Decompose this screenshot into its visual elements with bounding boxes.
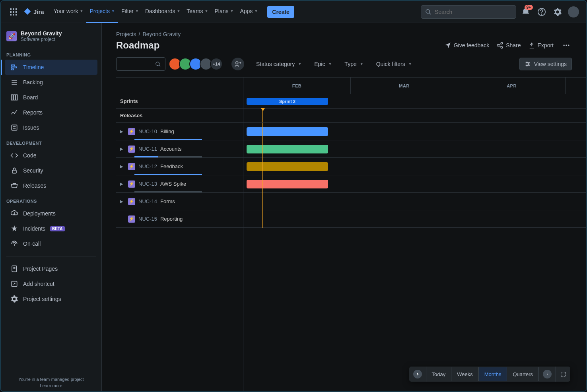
sprints-row: Sprints (116, 94, 243, 109)
security-icon (10, 167, 18, 175)
epic-track (243, 193, 586, 210)
expand-icon[interactable]: ▶ (120, 164, 125, 169)
fullscreen-icon[interactable] (556, 368, 570, 380)
sidebar-item-on-call[interactable]: On-call (5, 236, 97, 251)
add-people-button[interactable] (231, 58, 244, 70)
epic-track (243, 158, 586, 175)
weeks-button[interactable]: Weeks (451, 367, 479, 381)
breadcrumb-projects[interactable]: Projects (116, 31, 136, 37)
epic-row[interactable]: ▶⚡NUC-12Feedback (116, 158, 243, 175)
epic-bar[interactable] (247, 145, 328, 153)
epic-row[interactable]: ▶⚡NUC-13AWS Spike (116, 175, 243, 193)
sidebar-item-incidents[interactable]: IncidentsBETA (5, 221, 97, 236)
filter-status-category[interactable]: Status category▼ (255, 58, 303, 70)
sidebar-item-add-shortcut[interactable]: Add shortcut (5, 276, 97, 291)
sidebar-item-security[interactable]: Security (5, 163, 97, 178)
epic-row[interactable]: ▶⚡NUC-14Forms (116, 193, 243, 210)
nav-dashboards[interactable]: Dashboards▼ (142, 1, 183, 23)
sidebar-item-reports[interactable]: Reports (5, 105, 97, 120)
global-search[interactable] (421, 5, 516, 19)
search-input[interactable] (435, 9, 512, 15)
svg-point-12 (542, 14, 542, 14)
epic-key: NUC-14 (138, 198, 157, 204)
epic-track (243, 123, 586, 140)
epic-row[interactable]: ▶⚡NUC-11Accounts (116, 140, 243, 158)
sidebar-item-deployments[interactable]: Deployments (5, 206, 97, 221)
sprint-bar[interactable]: Sprint 2 (247, 98, 328, 105)
page-title: Roadmap (116, 40, 159, 51)
filter-quick-filters[interactable]: Quick filters▼ (375, 58, 414, 70)
filter-epic[interactable]: Epic▼ (313, 58, 333, 70)
sidebar-item-project-pages[interactable]: Project Pages (5, 261, 97, 276)
roadmap-search[interactable] (116, 57, 165, 71)
app-switcher-icon[interactable] (7, 6, 20, 18)
epic-bar[interactable] (247, 180, 328, 188)
svg-rect-22 (12, 125, 17, 130)
nav-teams[interactable]: Teams▼ (183, 1, 211, 23)
create-button[interactable]: Create (267, 6, 294, 18)
sidebar-item-code[interactable]: Code (5, 148, 97, 163)
nav-apps[interactable]: Apps▼ (237, 1, 261, 23)
epic-key: NUC-10 (138, 128, 157, 134)
sidebar-item-timeline[interactable]: Timeline (5, 60, 97, 75)
sidebar-item-backlog[interactable]: Backlog (5, 75, 97, 90)
give-feedback-button[interactable]: Give feedback (444, 42, 490, 49)
nav-filter[interactable]: Filter▼ (118, 1, 142, 23)
svg-point-38 (156, 62, 159, 65)
incidents-icon (10, 225, 18, 233)
svg-point-46 (526, 65, 527, 66)
epic-key: NUC-11 (138, 146, 157, 152)
svg-rect-20 (14, 95, 15, 100)
month-header: MAR (351, 78, 458, 94)
more-actions-icon[interactable] (561, 40, 572, 51)
assignee-avatars[interactable]: +14 (171, 58, 223, 70)
nav-plans[interactable]: Plans▼ (212, 1, 237, 23)
expand-icon[interactable]: ▶ (120, 199, 125, 204)
epic-key: NUC-12 (138, 163, 157, 169)
releases-track (243, 109, 586, 123)
learn-more-link[interactable]: Learn more (4, 383, 98, 388)
expand-icon[interactable]: ▶ (120, 129, 125, 134)
epic-key: NUC-13 (138, 181, 157, 187)
svg-rect-0 (10, 8, 12, 10)
notifications-icon[interactable]: 9+ (519, 6, 532, 18)
profile-avatar[interactable] (567, 6, 580, 18)
epic-bar[interactable] (247, 127, 328, 136)
sidebar-item-board[interactable]: Board (5, 90, 97, 105)
jira-logo[interactable]: Jira (23, 8, 44, 16)
scroll-next-icon[interactable] (409, 367, 426, 382)
export-button[interactable]: Export (528, 42, 554, 49)
svg-rect-21 (16, 95, 17, 100)
sidebar-item-project-settings[interactable]: Project settings (5, 291, 97, 307)
svg-point-30 (501, 43, 503, 45)
quarters-button[interactable]: Quarters (507, 367, 539, 381)
svg-point-45 (528, 64, 529, 65)
legend-icon[interactable] (539, 367, 556, 382)
sidebar-item-releases[interactable]: Releases (5, 178, 97, 193)
epic-type-icon: ⚡ (128, 180, 135, 188)
group-label: PLANNING (1, 47, 101, 60)
timeline-controls: Today Weeks Months Quarters (409, 367, 570, 382)
epic-bar[interactable] (247, 162, 328, 171)
expand-icon[interactable]: ▶ (120, 182, 125, 186)
epic-row[interactable]: ⚡NUC-15Reporting (116, 210, 243, 228)
epic-track (243, 210, 586, 228)
months-button[interactable]: Months (479, 367, 507, 381)
avatars-more[interactable]: +14 (210, 58, 223, 70)
epic-type-icon: ⚡ (128, 163, 135, 170)
project-header[interactable]: 🚀 Beyond Gravity Software project (1, 23, 101, 47)
help-icon[interactable] (535, 6, 548, 18)
settings-icon[interactable] (551, 6, 564, 18)
expand-icon[interactable]: ▶ (120, 147, 125, 151)
nav-your-work[interactable]: Your work▼ (51, 1, 87, 23)
view-settings-button[interactable]: View settings (519, 58, 572, 70)
releases-row: Releases (116, 109, 243, 123)
svg-rect-5 (16, 11, 17, 13)
today-button[interactable]: Today (426, 367, 452, 381)
nav-projects[interactable]: Projects▼ (86, 1, 118, 23)
share-button[interactable]: Share (496, 42, 521, 49)
epic-row[interactable]: ▶⚡NUC-10Billing (116, 123, 243, 140)
sidebar-item-issues[interactable]: Issues (5, 120, 97, 135)
svg-point-31 (497, 45, 499, 47)
filter-type[interactable]: Type▼ (343, 58, 365, 70)
